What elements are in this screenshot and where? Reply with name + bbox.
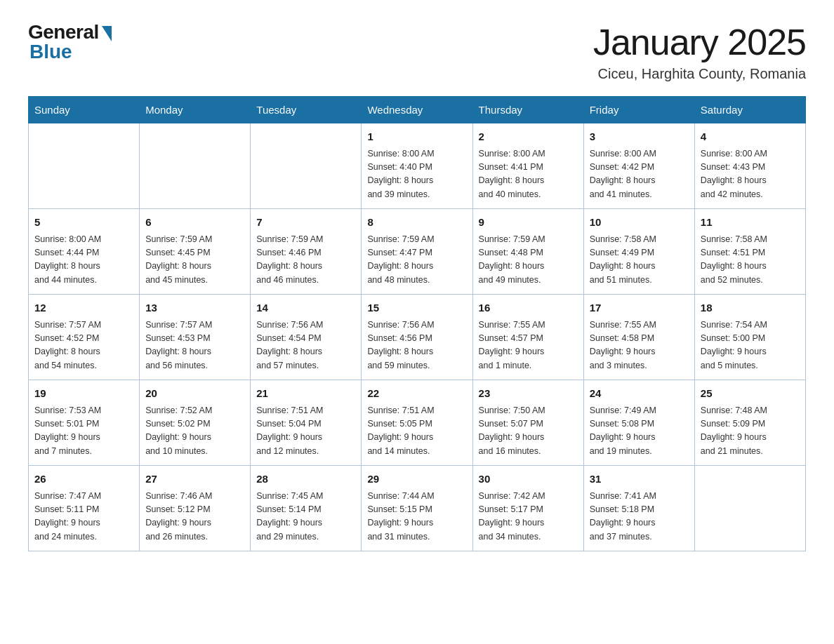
calendar-cell: 10Sunrise: 7:58 AMSunset: 4:49 PMDayligh…	[583, 209, 694, 295]
calendar-header-sunday: Sunday	[29, 97, 140, 123]
calendar-cell: 3Sunrise: 8:00 AMSunset: 4:42 PMDaylight…	[583, 123, 694, 209]
calendar-cell: 17Sunrise: 7:55 AMSunset: 4:58 PMDayligh…	[583, 295, 694, 380]
calendar-cell: 18Sunrise: 7:54 AMSunset: 5:00 PMDayligh…	[694, 295, 805, 380]
day-number: 10	[590, 215, 689, 231]
day-number: 3	[590, 129, 689, 145]
logo-triangle-icon	[102, 26, 112, 41]
calendar-header-monday: Monday	[140, 97, 251, 123]
day-number: 5	[34, 215, 133, 231]
day-number: 18	[701, 300, 800, 316]
day-info: Sunrise: 7:48 AMSunset: 5:09 PMDaylight:…	[701, 405, 767, 456]
calendar-cell: 8Sunrise: 7:59 AMSunset: 4:47 PMDaylight…	[362, 209, 472, 295]
calendar-header-row: SundayMondayTuesdayWednesdayThursdayFrid…	[29, 97, 806, 123]
day-info: Sunrise: 8:00 AMSunset: 4:43 PMDaylight:…	[701, 149, 767, 199]
calendar-cell	[29, 123, 140, 209]
day-number: 26	[34, 471, 133, 488]
day-number: 16	[479, 300, 578, 316]
calendar-week-row: 26Sunrise: 7:47 AMSunset: 5:11 PMDayligh…	[29, 466, 806, 551]
day-info: Sunrise: 7:52 AMSunset: 5:02 PMDaylight:…	[145, 405, 212, 456]
calendar-cell: 5Sunrise: 8:00 AMSunset: 4:44 PMDaylight…	[29, 209, 140, 295]
day-number: 24	[590, 386, 689, 402]
day-info: Sunrise: 7:44 AMSunset: 5:15 PMDaylight:…	[367, 491, 434, 542]
day-info: Sunrise: 7:41 AMSunset: 5:18 PMDaylight:…	[590, 491, 656, 542]
logo-blue-text: Blue	[29, 41, 72, 63]
calendar-cell: 22Sunrise: 7:51 AMSunset: 5:05 PMDayligh…	[362, 380, 472, 466]
calendar-cell: 12Sunrise: 7:57 AMSunset: 4:52 PMDayligh…	[29, 295, 140, 380]
calendar-week-row: 5Sunrise: 8:00 AMSunset: 4:44 PMDaylight…	[29, 209, 806, 295]
calendar-header-saturday: Saturday	[694, 97, 805, 123]
day-number: 27	[145, 471, 244, 488]
calendar-cell: 14Sunrise: 7:56 AMSunset: 4:54 PMDayligh…	[251, 295, 362, 380]
day-number: 30	[479, 471, 578, 488]
day-number: 6	[145, 215, 244, 231]
day-info: Sunrise: 7:59 AMSunset: 4:47 PMDaylight:…	[367, 234, 434, 285]
day-info: Sunrise: 7:50 AMSunset: 5:07 PMDaylight:…	[479, 405, 545, 456]
day-number: 29	[367, 471, 466, 488]
calendar-cell: 20Sunrise: 7:52 AMSunset: 5:02 PMDayligh…	[140, 380, 251, 466]
day-info: Sunrise: 7:51 AMSunset: 5:04 PMDaylight:…	[256, 405, 323, 456]
calendar-cell: 7Sunrise: 7:59 AMSunset: 4:46 PMDaylight…	[251, 209, 362, 295]
calendar-header-tuesday: Tuesday	[251, 97, 362, 123]
calendar-cell: 21Sunrise: 7:51 AMSunset: 5:04 PMDayligh…	[251, 380, 362, 466]
day-info: Sunrise: 8:00 AMSunset: 4:41 PMDaylight:…	[479, 149, 545, 199]
calendar-cell: 28Sunrise: 7:45 AMSunset: 5:14 PMDayligh…	[251, 466, 362, 551]
calendar-cell	[140, 123, 251, 209]
day-info: Sunrise: 8:00 AMSunset: 4:42 PMDaylight:…	[590, 149, 656, 199]
calendar-week-row: 12Sunrise: 7:57 AMSunset: 4:52 PMDayligh…	[29, 295, 806, 380]
calendar-header-thursday: Thursday	[472, 97, 583, 123]
calendar-week-row: 19Sunrise: 7:53 AMSunset: 5:01 PMDayligh…	[29, 380, 806, 466]
day-info: Sunrise: 8:00 AMSunset: 4:40 PMDaylight:…	[367, 149, 434, 199]
day-number: 9	[479, 215, 578, 231]
calendar-cell: 25Sunrise: 7:48 AMSunset: 5:09 PMDayligh…	[694, 380, 805, 466]
day-number: 12	[34, 300, 133, 316]
day-info: Sunrise: 7:47 AMSunset: 5:11 PMDaylight:…	[34, 491, 101, 542]
day-info: Sunrise: 7:46 AMSunset: 5:12 PMDaylight:…	[145, 491, 212, 542]
calendar-cell: 6Sunrise: 7:59 AMSunset: 4:45 PMDaylight…	[140, 209, 251, 295]
calendar-cell: 31Sunrise: 7:41 AMSunset: 5:18 PMDayligh…	[583, 466, 694, 551]
calendar-cell: 4Sunrise: 8:00 AMSunset: 4:43 PMDaylight…	[694, 123, 805, 209]
day-info: Sunrise: 7:59 AMSunset: 4:46 PMDaylight:…	[256, 234, 323, 285]
day-info: Sunrise: 7:45 AMSunset: 5:14 PMDaylight:…	[256, 491, 323, 542]
calendar-cell: 23Sunrise: 7:50 AMSunset: 5:07 PMDayligh…	[472, 380, 583, 466]
calendar-cell: 26Sunrise: 7:47 AMSunset: 5:11 PMDayligh…	[29, 466, 140, 551]
calendar-header-wednesday: Wednesday	[362, 97, 472, 123]
calendar-cell	[251, 123, 362, 209]
day-info: Sunrise: 7:57 AMSunset: 4:53 PMDaylight:…	[145, 320, 212, 370]
day-number: 7	[256, 215, 355, 231]
day-number: 19	[34, 386, 133, 402]
calendar-cell: 11Sunrise: 7:58 AMSunset: 4:51 PMDayligh…	[694, 209, 805, 295]
day-number: 25	[701, 386, 800, 402]
day-number: 11	[701, 215, 800, 231]
day-number: 20	[145, 386, 244, 402]
calendar-cell	[694, 466, 805, 551]
day-number: 31	[590, 471, 689, 488]
day-number: 8	[367, 215, 466, 231]
title-area: January 2025 Ciceu, Harghita County, Rom…	[593, 21, 806, 82]
day-info: Sunrise: 7:53 AMSunset: 5:01 PMDaylight:…	[34, 405, 101, 456]
day-number: 1	[367, 129, 466, 145]
calendar-cell: 24Sunrise: 7:49 AMSunset: 5:08 PMDayligh…	[583, 380, 694, 466]
calendar-cell: 19Sunrise: 7:53 AMSunset: 5:01 PMDayligh…	[29, 380, 140, 466]
day-info: Sunrise: 7:57 AMSunset: 4:52 PMDaylight:…	[34, 320, 101, 370]
location-subtitle: Ciceu, Harghita County, Romania	[593, 66, 806, 82]
day-info: Sunrise: 7:56 AMSunset: 4:56 PMDaylight:…	[367, 320, 434, 370]
day-number: 15	[367, 300, 466, 316]
calendar-table: SundayMondayTuesdayWednesdayThursdayFrid…	[28, 96, 806, 551]
day-number: 14	[256, 300, 355, 316]
calendar-header-friday: Friday	[583, 97, 694, 123]
day-info: Sunrise: 7:51 AMSunset: 5:05 PMDaylight:…	[367, 405, 434, 456]
calendar-cell: 1Sunrise: 8:00 AMSunset: 4:40 PMDaylight…	[362, 123, 472, 209]
calendar-week-row: 1Sunrise: 8:00 AMSunset: 4:40 PMDaylight…	[29, 123, 806, 209]
calendar-cell: 13Sunrise: 7:57 AMSunset: 4:53 PMDayligh…	[140, 295, 251, 380]
day-info: Sunrise: 8:00 AMSunset: 4:44 PMDaylight:…	[34, 234, 101, 285]
day-info: Sunrise: 7:49 AMSunset: 5:08 PMDaylight:…	[590, 405, 656, 456]
header: General Blue January 2025 Ciceu, Harghit…	[28, 21, 806, 82]
logo: General Blue	[28, 21, 112, 63]
day-info: Sunrise: 7:42 AMSunset: 5:17 PMDaylight:…	[479, 491, 545, 542]
day-info: Sunrise: 7:55 AMSunset: 4:58 PMDaylight:…	[590, 320, 656, 370]
day-number: 21	[256, 386, 355, 402]
calendar-cell: 2Sunrise: 8:00 AMSunset: 4:41 PMDaylight…	[472, 123, 583, 209]
day-number: 4	[701, 129, 800, 145]
month-year-title: January 2025	[593, 21, 806, 63]
day-number: 2	[479, 129, 578, 145]
